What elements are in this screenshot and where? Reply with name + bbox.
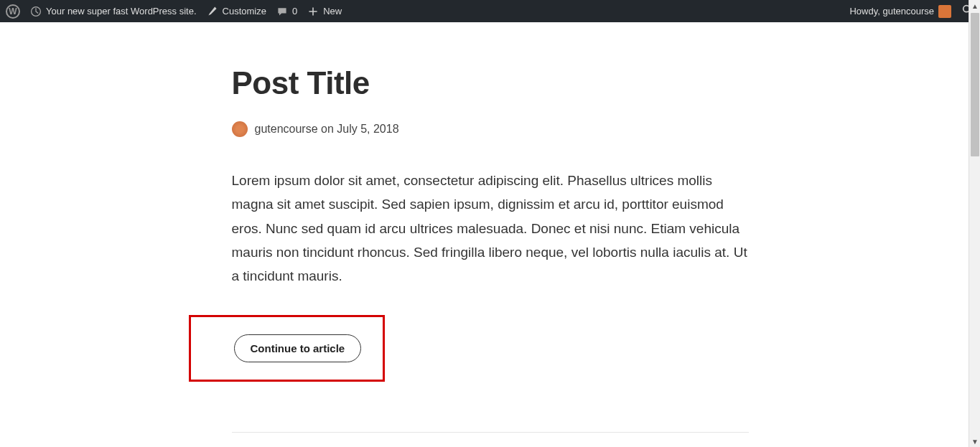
author-avatar-icon	[232, 121, 248, 137]
dashboard-icon	[30, 6, 42, 17]
admin-bar-right: Howdy, gutencourse	[849, 4, 974, 19]
wp-admin-bar: W Your new super fast WordPress site. Cu…	[0, 0, 980, 22]
my-account-link[interactable]: Howdy, gutencourse	[849, 5, 951, 18]
wp-logo-menu[interactable]: W	[6, 4, 20, 19]
plus-icon	[307, 6, 319, 17]
post-title: Post Title	[232, 65, 749, 101]
annotation-highlight: Continue to article	[189, 315, 386, 382]
scroll-up-arrow-icon[interactable]: ▲	[969, 0, 980, 11]
customize-text: Customize	[223, 6, 266, 17]
post-date: July 5, 2018	[337, 123, 398, 135]
comments-link[interactable]: 0	[276, 6, 297, 17]
customize-link[interactable]: Customize	[207, 6, 266, 17]
new-text: New	[323, 6, 342, 17]
site-name-link[interactable]: Your new super fast WordPress site.	[30, 6, 197, 17]
post-divider	[232, 432, 749, 433]
vertical-scrollbar[interactable]: ▲ ▼	[969, 0, 980, 447]
post-content: Post Title gutencourse on July 5, 2018 L…	[218, 22, 763, 447]
wordpress-logo-icon: W	[6, 4, 20, 19]
scroll-down-arrow-icon[interactable]: ▼	[969, 436, 980, 447]
brush-icon	[207, 6, 218, 17]
howdy-text: Howdy, gutencourse	[849, 6, 934, 17]
site-name-text: Your new super fast WordPress site.	[46, 6, 197, 17]
admin-bar-left: W Your new super fast WordPress site. Cu…	[6, 4, 342, 19]
continue-to-article-button[interactable]: Continue to article	[234, 334, 362, 362]
scroll-thumb[interactable]	[971, 13, 979, 156]
author-link[interactable]: gutencourse	[255, 123, 318, 135]
post-meta: gutencourse on July 5, 2018	[232, 121, 749, 137]
comment-icon	[276, 6, 288, 17]
user-avatar-icon	[938, 5, 951, 18]
post-excerpt: Lorem ipsum dolor sit amet, consectetur …	[232, 169, 749, 288]
new-content-link[interactable]: New	[307, 6, 342, 17]
comments-count: 0	[292, 6, 297, 17]
post-meta-text: gutencourse on July 5, 2018	[255, 123, 399, 136]
